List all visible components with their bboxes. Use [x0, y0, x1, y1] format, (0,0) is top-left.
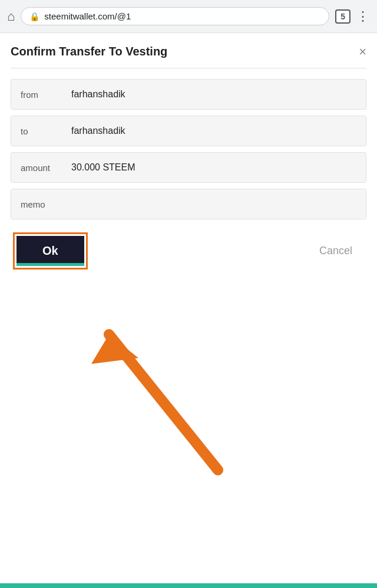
dialog-divider: [11, 68, 366, 68]
ok-button-wrapper: Ok: [13, 232, 88, 270]
dialog-title: Confirm Transfer To Vesting: [11, 45, 167, 58]
ok-button[interactable]: Ok: [16, 236, 84, 266]
amount-value: 30.000 STEEM: [64, 153, 366, 182]
memo-row: memo: [11, 189, 366, 219]
dialog: Confirm Transfer To Vesting × from farha…: [0, 33, 377, 287]
from-row: from farhanshadik: [11, 79, 366, 110]
amount-label: amount: [11, 153, 64, 182]
tab-badge[interactable]: 5: [335, 9, 350, 24]
memo-label: memo: [11, 189, 64, 219]
browser-bar: ⌂ 🔒 steemitwallet.com/@1 5 ⋮: [0, 0, 377, 33]
menu-icon[interactable]: ⋮: [356, 9, 370, 24]
close-button[interactable]: ×: [359, 45, 366, 58]
url-text: steemitwallet.com/@1: [44, 11, 131, 21]
home-icon[interactable]: ⌂: [7, 9, 15, 24]
cancel-button[interactable]: Cancel: [307, 239, 364, 263]
amount-row: amount 30.000 STEEM: [11, 152, 366, 183]
to-row: to farhanshadik: [11, 116, 366, 146]
lock-icon: 🔒: [29, 12, 39, 21]
arrow-annotation: [0, 287, 377, 488]
memo-value[interactable]: [64, 189, 366, 219]
page-content: Confirm Transfer To Vesting × from farha…: [0, 33, 377, 488]
arrow-svg: [0, 287, 377, 488]
to-label: to: [11, 116, 64, 146]
from-label: from: [11, 80, 64, 109]
button-row: Ok Cancel: [11, 232, 366, 270]
bottom-bar: [0, 583, 377, 588]
to-value: farhanshadik: [64, 116, 366, 146]
dialog-header: Confirm Transfer To Vesting ×: [11, 45, 366, 58]
url-bar[interactable]: 🔒 steemitwallet.com/@1: [21, 7, 329, 25]
from-value: farhanshadik: [64, 80, 366, 109]
